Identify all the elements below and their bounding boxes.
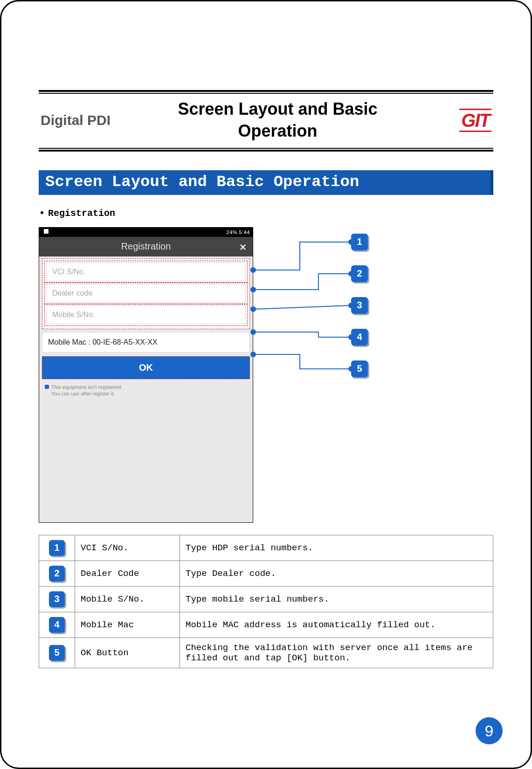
- header-left-title: Digital PDI: [41, 112, 138, 128]
- row-desc: Type HDP serial numbers.: [180, 535, 493, 561]
- row-name: VCI S/No.: [75, 535, 180, 561]
- callout-badges: 1 2 3 4 5: [351, 234, 368, 392]
- row-desc: Type Dealer code.: [180, 561, 493, 586]
- status-notification-icon: [44, 229, 48, 234]
- table-row: 1 VCI S/No. Type HDP serial numbers.: [39, 535, 493, 561]
- callout-badge-4: 4: [351, 329, 368, 346]
- document-page: Digital PDI Screen Layout and Basic Oper…: [0, 0, 532, 769]
- status-bar-text: 24% 5:44: [227, 229, 250, 235]
- vci-sno-field[interactable]: VCI S/No.: [46, 263, 246, 281]
- figure-wrap: 24% 5:44 Registration × VCI S/No. Dealer…: [39, 227, 493, 526]
- bullet-text: Registration: [48, 208, 115, 219]
- section-title-bar: Screen Layout and Basic Operation: [39, 170, 493, 195]
- header-right: GIT: [417, 112, 491, 129]
- header-rule-bottom: [39, 150, 493, 152]
- table-row: 4 Mobile Mac Mobile MAC address is autom…: [39, 612, 493, 637]
- row-badge-4: 4: [49, 617, 65, 633]
- phone-status-bar: 24% 5:44: [39, 228, 253, 237]
- row-desc: Checking the validation with server once…: [180, 637, 493, 668]
- row-badge-5: 5: [49, 645, 65, 661]
- row-badge-3: 3: [49, 591, 65, 607]
- close-icon[interactable]: ×: [240, 241, 246, 254]
- row-name: OK Button: [75, 637, 180, 668]
- row-desc: Mobile MAC address is automatically fill…: [180, 612, 493, 637]
- callout-badge-5: 5: [351, 360, 368, 377]
- row-desc: Type mobile serial numbers.: [180, 586, 493, 612]
- phone-screenshot: 24% 5:44 Registration × VCI S/No. Dealer…: [39, 227, 253, 523]
- page-number: 9: [476, 717, 503, 744]
- table-row: 5 OK Button Checking the validation with…: [39, 637, 493, 668]
- header-rule-thin-bottom: [39, 148, 493, 149]
- table-row: 2 Dealer Code Type Dealer code.: [39, 561, 493, 586]
- header-center-title: Screen Layout and Basic Operation: [138, 98, 417, 142]
- header-row: Digital PDI Screen Layout and Basic Oper…: [39, 94, 493, 147]
- registration-title-text: Registration: [121, 241, 171, 252]
- row-name: Dealer Code: [75, 561, 180, 586]
- callout-badge-3: 3: [351, 297, 368, 314]
- row-name: Mobile Mac: [75, 612, 180, 637]
- bullet-registration: Registration: [39, 208, 493, 219]
- notice-line-1: This equipment isn't registered.: [51, 384, 123, 390]
- registration-form: VCI S/No. Dealer code Mobile S/No.: [42, 258, 250, 329]
- mobile-sno-field[interactable]: Mobile S/No.: [46, 305, 246, 324]
- row-name: Mobile S/No.: [75, 586, 180, 612]
- header-rule-top: [39, 90, 493, 92]
- description-table: 1 VCI S/No. Type HDP serial numbers. 2 D…: [39, 535, 493, 668]
- git-logo: GIT: [459, 109, 491, 132]
- registration-title-bar: Registration ×: [39, 237, 253, 256]
- mobile-mac-field: Mobile Mac : 00-IE-68-A5-XX-XX: [42, 332, 250, 353]
- registration-notice: This equipment isn't registered. You can…: [45, 384, 247, 397]
- row-badge-1: 1: [49, 540, 65, 556]
- dealer-code-field[interactable]: Dealer code: [46, 284, 246, 303]
- callout-badge-2: 2: [351, 265, 368, 282]
- notice-line-2: You can use after register it.: [51, 391, 115, 396]
- bullet-dot-icon: [41, 211, 43, 214]
- ok-button[interactable]: OK: [42, 356, 250, 379]
- callout-badge-1: 1: [351, 234, 368, 250]
- table-row: 3 Mobile S/No. Type mobile serial number…: [39, 586, 493, 612]
- row-badge-2: 2: [49, 566, 65, 582]
